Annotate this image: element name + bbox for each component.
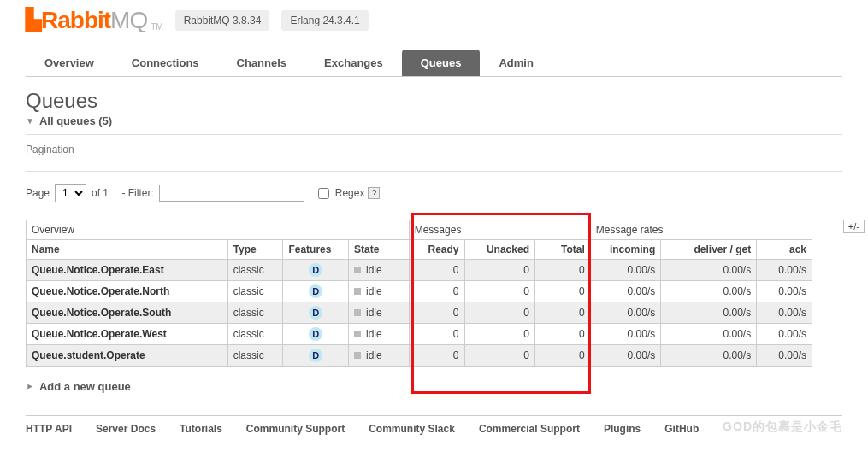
col-features[interactable]: Features bbox=[283, 240, 349, 260]
page-select[interactable]: 1 bbox=[55, 184, 86, 202]
regex-label: Regex bbox=[335, 187, 365, 199]
cell-state: idle bbox=[349, 260, 410, 281]
cell-ready: 0 bbox=[409, 345, 464, 367]
col-deliver[interactable]: deliver / get bbox=[661, 240, 757, 260]
footer-plugins[interactable]: Plugins bbox=[604, 423, 641, 435]
table-row: Queue.Notice.Operate.NorthclassicDidle00… bbox=[27, 281, 812, 302]
idle-icon bbox=[354, 331, 361, 337]
col-ready[interactable]: Ready bbox=[409, 240, 464, 260]
queue-link[interactable]: Queue.student.Operate bbox=[32, 349, 145, 361]
idle-icon bbox=[354, 288, 361, 295]
col-state[interactable]: State bbox=[349, 240, 410, 260]
filter-label: - Filter: bbox=[121, 187, 153, 199]
footer-community-slack[interactable]: Community Slack bbox=[369, 423, 455, 435]
cell-features: D bbox=[283, 302, 349, 324]
cell-name: Queue.student.Operate bbox=[27, 345, 228, 367]
erlang-badge: Erlang 24.3.4.1 bbox=[281, 10, 368, 31]
tab-channels[interactable]: Channels bbox=[218, 50, 306, 76]
header: ▙ RabbitMQ TM RabbitMQ 3.8.34 Erlang 24.… bbox=[26, 0, 842, 44]
cell-ack: 0.00/s bbox=[757, 302, 812, 324]
logo[interactable]: ▙ RabbitMQ TM bbox=[26, 7, 163, 34]
cell-name: Queue.Notice.Operate.West bbox=[27, 324, 228, 345]
tab-overview[interactable]: Overview bbox=[26, 50, 113, 76]
cell-deliver: 0.00/s bbox=[661, 281, 757, 302]
tab-connections[interactable]: Connections bbox=[113, 50, 218, 76]
cell-state: idle bbox=[349, 324, 410, 345]
cell-incoming: 0.00/s bbox=[590, 281, 660, 302]
col-ack[interactable]: ack bbox=[757, 240, 812, 260]
cell-ack: 0.00/s bbox=[757, 324, 812, 345]
cell-ack: 0.00/s bbox=[757, 260, 812, 281]
cell-incoming: 0.00/s bbox=[590, 302, 660, 324]
footer-tutorials[interactable]: Tutorials bbox=[180, 423, 222, 435]
page-label: Page bbox=[26, 187, 50, 199]
tab-admin[interactable]: Admin bbox=[480, 50, 552, 76]
cell-state: idle bbox=[349, 302, 410, 324]
cell-ready: 0 bbox=[409, 260, 464, 281]
col-incoming[interactable]: incoming bbox=[590, 240, 660, 260]
table-row: Queue.student.OperateclassicDidle0000.00… bbox=[27, 345, 812, 367]
page-title: Queues bbox=[26, 89, 842, 113]
col-unacked[interactable]: Unacked bbox=[464, 240, 534, 260]
regex-checkbox[interactable] bbox=[318, 188, 329, 199]
cell-ready: 0 bbox=[409, 324, 464, 345]
tab-exchanges[interactable]: Exchanges bbox=[305, 50, 402, 76]
cell-type: classic bbox=[227, 324, 283, 345]
cell-type: classic bbox=[227, 345, 283, 367]
cell-features: D bbox=[283, 345, 349, 367]
footer-http-api[interactable]: HTTP API bbox=[26, 423, 72, 435]
idle-icon bbox=[354, 309, 361, 316]
cell-deliver: 0.00/s bbox=[661, 302, 757, 324]
page-of-label: of 1 bbox=[92, 187, 109, 199]
footer-github[interactable]: GitHub bbox=[664, 423, 699, 435]
cell-name: Queue.Notice.Operate.East bbox=[27, 260, 228, 281]
cell-ack: 0.00/s bbox=[757, 281, 812, 302]
queue-link[interactable]: Queue.Notice.Operate.North bbox=[32, 285, 169, 297]
cols-toggle-button[interactable]: +/- bbox=[843, 220, 865, 233]
tab-queues[interactable]: Queues bbox=[402, 50, 481, 76]
cell-total: 0 bbox=[534, 302, 590, 324]
cell-unacked: 0 bbox=[464, 260, 534, 281]
cell-name: Queue.Notice.Operate.South bbox=[27, 302, 228, 324]
table-row: Queue.Notice.Operate.WestclassicDidle000… bbox=[27, 324, 812, 345]
queue-link[interactable]: Queue.Notice.Operate.South bbox=[32, 307, 171, 319]
cell-incoming: 0.00/s bbox=[590, 260, 660, 281]
cell-unacked: 0 bbox=[464, 324, 534, 345]
cell-deliver: 0.00/s bbox=[661, 345, 757, 367]
idle-icon bbox=[354, 267, 361, 273]
cell-total: 0 bbox=[534, 345, 590, 367]
footer-community-support[interactable]: Community Support bbox=[246, 423, 345, 435]
all-queues-label: All queues (5) bbox=[39, 114, 112, 127]
trademark: TM bbox=[151, 22, 162, 32]
cell-unacked: 0 bbox=[464, 281, 534, 302]
cell-unacked: 0 bbox=[464, 302, 534, 324]
footer: HTTP API Server Docs Tutorials Community… bbox=[26, 415, 842, 435]
queue-link[interactable]: Queue.Notice.Operate.West bbox=[32, 328, 167, 340]
cell-deliver: 0.00/s bbox=[661, 324, 757, 345]
durable-badge: D bbox=[309, 327, 322, 341]
all-queues-expander[interactable]: ▼ All queues (5) bbox=[26, 114, 842, 135]
regex-help-button[interactable]: ? bbox=[368, 187, 380, 199]
cell-type: classic bbox=[227, 281, 283, 302]
col-type[interactable]: Type bbox=[227, 240, 283, 260]
table-row: Queue.Notice.Operate.EastclassicDidle000… bbox=[27, 260, 812, 281]
queue-table: Overview Messages Message rates Name Typ… bbox=[26, 220, 812, 367]
chevron-down-icon: ▼ bbox=[26, 116, 34, 126]
col-total[interactable]: Total bbox=[534, 240, 590, 260]
cell-incoming: 0.00/s bbox=[590, 324, 660, 345]
col-name[interactable]: Name bbox=[27, 240, 228, 260]
cell-features: D bbox=[283, 281, 349, 302]
queue-table-wrap: +/- Overview Messages Message rates Name… bbox=[26, 220, 842, 367]
footer-commercial-support[interactable]: Commercial Support bbox=[479, 423, 580, 435]
add-queue-expander[interactable]: ▼ Add a new queue bbox=[26, 380, 842, 400]
cell-type: classic bbox=[227, 260, 283, 281]
filter-input[interactable] bbox=[159, 185, 304, 202]
cell-total: 0 bbox=[534, 260, 590, 281]
cell-ready: 0 bbox=[409, 281, 464, 302]
queue-link[interactable]: Queue.Notice.Operate.East bbox=[32, 264, 164, 276]
logo-text: RabbitMQ bbox=[41, 7, 147, 34]
cell-state: idle bbox=[349, 345, 410, 367]
cell-features: D bbox=[283, 324, 349, 345]
footer-server-docs[interactable]: Server Docs bbox=[96, 423, 156, 435]
idle-icon bbox=[354, 352, 361, 359]
